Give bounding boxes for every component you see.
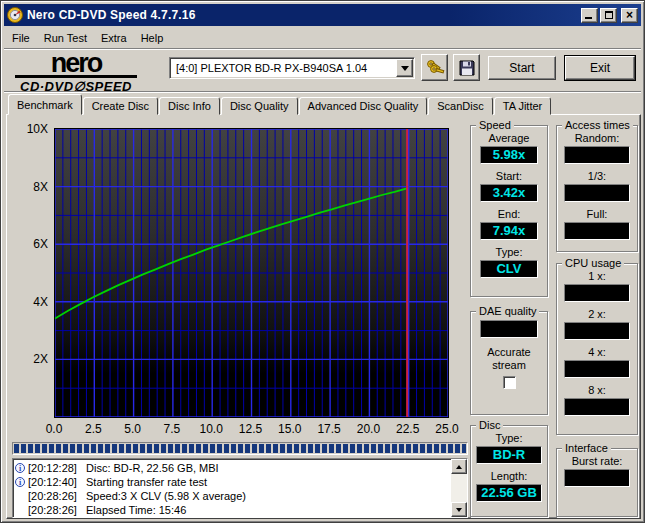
drive-selector[interactable]: [4:0] PLEXTOR BD-R PX-B940SA 1.04 xyxy=(169,57,415,79)
cpu-usage-value xyxy=(564,322,630,340)
tab-create-disc[interactable]: Create Disc xyxy=(83,97,158,115)
x-axis-tick-label: 0.0 xyxy=(37,422,71,436)
log-message: Starting transfer rate test xyxy=(86,476,207,488)
interface-panel: Interface Burst rate: xyxy=(556,448,638,517)
close-button[interactable]: × xyxy=(621,8,638,23)
tab-disc-quality[interactable]: Disc Quality xyxy=(221,97,298,115)
access-time-value xyxy=(564,184,630,202)
info-balloon-icon: i xyxy=(15,477,25,487)
app-window: Nero CD-DVD Speed 4.7.7.16 × FileRun Tes… xyxy=(0,0,645,523)
log-entry: [20:28:26]Elapsed Time: 15:46 xyxy=(15,503,451,517)
x-axis-tick-label: 15.0 xyxy=(273,422,307,436)
minimize-icon xyxy=(585,17,592,19)
exit-button-label: Exit xyxy=(590,61,610,75)
accurate-stream-label: Accurate stream xyxy=(471,346,547,372)
dae-quality-panel-title: DAE quality xyxy=(476,305,539,317)
x-axis-tick-label: 5.0 xyxy=(116,422,150,436)
drive-selector-value: [4:0] PLEXTOR BD-R PX-B940SA 1.04 xyxy=(170,62,396,74)
tab-disc-info[interactable]: Disc Info xyxy=(159,97,220,115)
interface-panel-title: Interface xyxy=(562,442,611,454)
read-speed-curve xyxy=(55,188,407,318)
access-time-label: 1/3: xyxy=(557,170,637,182)
menu-item-file[interactable]: File xyxy=(5,30,37,46)
cpu-usage-label: 2 x: xyxy=(557,308,637,320)
chevron-down-icon xyxy=(401,66,409,71)
speed-label: Type: xyxy=(471,246,547,258)
tab-ta-jitter[interactable]: TA Jitter xyxy=(494,97,552,115)
tab-scandisc[interactable]: ScanDisc xyxy=(428,97,492,115)
menu-item-extra[interactable]: Extra xyxy=(94,30,134,46)
access-times-panel: Access times Random:1/3:Full: xyxy=(556,125,638,252)
menu-item-run-test[interactable]: Run Test xyxy=(37,30,94,46)
keys-icon xyxy=(425,58,445,78)
cpu-usage-panel: CPU usage 1 x:2 x:4 x:8 x: xyxy=(556,263,638,435)
scroll-up-button[interactable] xyxy=(451,459,467,474)
cpu-usage-label: 1 x: xyxy=(557,270,637,282)
maximize-icon xyxy=(605,11,613,19)
test-progress-bar xyxy=(12,442,468,455)
drive-selector-dropdown-button[interactable] xyxy=(396,59,413,77)
menu-item-help[interactable]: Help xyxy=(134,30,171,46)
log-entry: i[20:12:40]Starting transfer rate test xyxy=(15,475,451,489)
cpu-usage-value xyxy=(564,398,630,416)
speed-label: End: xyxy=(471,208,547,220)
y-axis-tick-label: 2X xyxy=(33,352,48,366)
start-button-label: Start xyxy=(509,61,534,75)
speed-value: 3.42x xyxy=(480,184,538,202)
title-bar: Nero CD-DVD Speed 4.7.7.16 × xyxy=(4,4,641,26)
tab-benchmark[interactable]: Benchmark xyxy=(8,94,82,115)
maximize-button[interactable] xyxy=(600,8,617,23)
tab-advanced-disc-quality[interactable]: Advanced Disc Quality xyxy=(299,97,428,115)
separator xyxy=(4,91,641,93)
log-listbox[interactable]: i[20:12:28]Disc: BD-R, 22.56 GB, MBIi[20… xyxy=(12,458,468,518)
y-axis-tick-label: 4X xyxy=(33,295,48,309)
cpu-usage-panel-title: CPU usage xyxy=(562,257,624,269)
log-timestamp: [20:28:26] xyxy=(28,490,86,502)
log-timestamp: [20:28:26] xyxy=(28,504,86,516)
access-time-label: Full: xyxy=(557,208,637,220)
minimize-button[interactable] xyxy=(581,8,598,23)
x-axis-tick-label: 22.5 xyxy=(391,422,425,436)
access-time-value xyxy=(564,146,630,164)
cpu-usage-value xyxy=(564,284,630,302)
floppy-disk-icon xyxy=(458,59,476,77)
log-timestamp: [20:12:28] xyxy=(28,462,86,474)
chart-y-axis-labels: 2X4X6X8X10X xyxy=(7,128,51,418)
log-entry: i[20:12:28]Disc: BD-R, 22.56 GB, MBI xyxy=(15,461,451,475)
disc-panel: Disc Type:BD-RLength:22.56 GB xyxy=(470,425,548,517)
options-button[interactable] xyxy=(421,54,448,81)
speed-label: Start: xyxy=(471,170,547,182)
transfer-rate-chart xyxy=(54,128,449,418)
x-axis-tick-label: 10.0 xyxy=(194,422,228,436)
disc-label: Type: xyxy=(471,432,547,444)
x-axis-tick-label: 17.5 xyxy=(312,422,346,436)
cd-speed-gauge-icon xyxy=(7,7,23,23)
log-message: Elapsed Time: 15:46 xyxy=(86,504,186,516)
info-balloon-icon: i xyxy=(15,463,25,473)
cpu-usage-label: 8 x: xyxy=(557,384,637,396)
cpu-usage-value xyxy=(564,360,630,378)
log-timestamp: [20:12:40] xyxy=(28,476,86,488)
save-button[interactable] xyxy=(453,54,480,81)
chart-x-axis-labels: 0.02.55.07.510.012.515.017.520.022.525.0 xyxy=(54,422,454,436)
speed-label: Average xyxy=(471,132,547,144)
accurate-stream-checkbox[interactable] xyxy=(503,376,516,389)
window-title: Nero CD-DVD Speed 4.7.7.16 xyxy=(27,8,196,22)
speed-panel-title: Speed xyxy=(476,119,514,131)
disc-value: 22.56 GB xyxy=(476,484,542,502)
access-times-panel-title: Access times xyxy=(562,119,633,131)
burst-rate-label: Burst rate: xyxy=(557,455,637,467)
y-axis-tick-label: 8X xyxy=(33,180,48,194)
x-axis-tick-label: 20.0 xyxy=(351,422,385,436)
exit-button[interactable]: Exit xyxy=(565,56,635,80)
dae-quality-panel: DAE quality Accurate stream xyxy=(470,311,548,415)
disc-label: Length: xyxy=(471,470,547,482)
scroll-down-button[interactable] xyxy=(451,502,467,517)
menu-bar: FileRun TestExtraHelp xyxy=(5,28,640,47)
speed-value: 5.98x xyxy=(480,146,538,164)
start-button[interactable]: Start xyxy=(488,56,556,80)
progress-fill xyxy=(14,444,466,453)
y-axis-tick-label: 10X xyxy=(27,122,48,136)
speed-value: CLV xyxy=(480,260,538,278)
log-scrollbar[interactable] xyxy=(451,459,467,517)
